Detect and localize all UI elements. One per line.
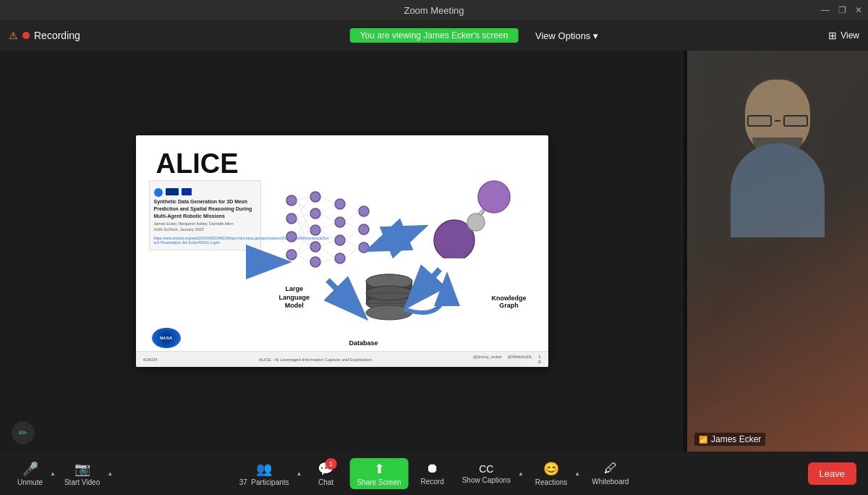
glasses-bridge (775, 120, 780, 122)
whiteboard-button[interactable]: 🖊 Whiteboard (586, 458, 634, 488)
recording-indicator: ⚠ Recording (9, 30, 80, 41)
slide-footer: 4/26/24 ALICE - AI Leveraged Information… (136, 351, 548, 367)
svg-line-60 (328, 280, 360, 313)
signal-icon: 📶 (699, 436, 707, 444)
leave-button[interactable]: Leave (808, 462, 856, 485)
svg-point-13 (359, 206, 369, 216)
slide-date: 4/26/24 (143, 358, 158, 362)
main-content: ALICE Synthetic Data Generation for 3D M… (0, 51, 868, 452)
toolbar: 🎤 Unmute ▲ 📷 Start Video ▲ 👥 (0, 452, 868, 495)
participant-face (712, 72, 843, 261)
participants-button[interactable]: 👥 37 Participants (234, 458, 295, 489)
svg-line-40 (345, 229, 359, 240)
captions-group: CC Show Captions ▲ (456, 460, 524, 487)
participant-video (687, 51, 868, 452)
svg-point-4 (310, 192, 320, 202)
svg-point-1 (286, 213, 297, 224)
svg-line-21 (297, 219, 310, 230)
video-panel: 📶 James Ecker (687, 51, 868, 452)
restore-button[interactable]: ❐ (838, 5, 846, 15)
svg-line-58 (375, 229, 418, 248)
svg-point-6 (310, 225, 320, 235)
svg-point-10 (335, 217, 345, 227)
svg-line-42 (345, 248, 359, 258)
record-icon: ⏺ (426, 461, 439, 476)
reactions-caret[interactable]: ▲ (574, 470, 580, 477)
glasses (746, 114, 809, 127)
svg-point-14 (359, 224, 369, 234)
svg-point-46 (478, 181, 510, 213)
toolbar-right: Leave (808, 462, 856, 485)
svg-point-2 (286, 232, 297, 242)
view-options-button[interactable]: View Options ▾ (535, 30, 598, 41)
participant-name-badge: 📶 James Ecker (694, 433, 765, 446)
unmute-group: 🎤 Unmute ▲ (12, 458, 56, 489)
svg-line-25 (297, 237, 310, 247)
glasses-left (747, 115, 772, 127)
svg-line-35 (320, 247, 335, 258)
neural-network-diagram (281, 186, 375, 273)
warning-icon: ⚠ (9, 30, 18, 41)
view-icon: ⊞ (828, 30, 837, 41)
toolbar-center: 👥 37 Participants ▲ 💬 1 Chat ⬆ S (234, 458, 635, 489)
share-screen-icon: ⬆ (374, 461, 385, 477)
svg-point-54 (366, 305, 412, 320)
captions-icon: CC (479, 463, 493, 475)
svg-line-31 (320, 213, 335, 222)
topbar: ⚠ Recording You are viewing James Ecker'… (0, 20, 868, 51)
unmute-button[interactable]: 🎤 Unmute (12, 458, 48, 489)
annotation-button[interactable]: ✏ (12, 421, 35, 444)
recording-label: Recording (34, 30, 80, 41)
screen-share-banner: You are viewing James Ecker's screen (350, 28, 519, 43)
slide-subtitle: ALICE - AI Leveraged Information Capture… (259, 358, 372, 362)
svg-point-8 (310, 257, 320, 267)
svg-point-3 (286, 250, 297, 260)
svg-line-39 (345, 222, 359, 229)
twitter-2: @WebSciDL (508, 355, 532, 364)
svg-point-15 (359, 242, 369, 253)
microphone-muted-icon: 🎤 (22, 461, 38, 477)
svg-line-37 (345, 204, 359, 211)
window-controls[interactable]: — ❐ ✕ (821, 5, 862, 15)
share-screen-button[interactable]: ⬆ Share Screen (349, 458, 408, 489)
captions-caret[interactable]: ▲ (518, 470, 524, 477)
video-caret[interactable]: ▲ (107, 470, 113, 477)
twitter-1: @jimmy_ecker (473, 355, 502, 364)
svg-line-17 (297, 200, 310, 213)
svg-line-38 (345, 211, 359, 222)
participants-caret[interactable]: ▲ (297, 470, 302, 477)
start-video-button[interactable]: 📷 Start Video (59, 458, 106, 489)
reactions-button[interactable]: 😊 Reactions (529, 458, 573, 489)
toolbar-left: 🎤 Unmute ▲ 📷 Start Video ▲ (12, 458, 113, 489)
record-button[interactable]: ⏺ Record (414, 458, 451, 488)
svg-line-36 (320, 258, 335, 262)
social-links: @jimmy_ecker @WebSciDL 1 0 (473, 355, 540, 364)
slide-title: ALICE (156, 148, 239, 179)
chat-badge: 1 (325, 458, 336, 470)
camera-off-icon: 📷 (75, 461, 90, 477)
view-button[interactable]: ⊞ View (828, 30, 859, 41)
svg-line-29 (320, 197, 335, 204)
llm-label: LargeLanguageModel (279, 285, 310, 310)
minimize-button[interactable]: — (821, 5, 830, 15)
svg-point-12 (335, 253, 345, 263)
svg-point-7 (310, 242, 320, 252)
unmute-caret[interactable]: ▲ (50, 470, 56, 477)
svg-point-5 (310, 208, 320, 219)
close-button[interactable]: ✕ (855, 5, 862, 15)
show-captions-button[interactable]: CC Show Captions (456, 460, 516, 487)
pencil-icon: ✏ (19, 427, 27, 439)
app-title: Zoom Meeting (404, 5, 464, 16)
svg-line-34 (320, 240, 335, 247)
chat-button[interactable]: 💬 1 Chat (307, 458, 344, 489)
svg-line-32 (320, 222, 335, 230)
participants-icon: 👥 (256, 461, 272, 477)
svg-point-0 (286, 195, 297, 206)
recording-dot (22, 32, 30, 39)
chat-group: 💬 1 Chat (307, 458, 344, 489)
slide-container: ALICE Synthetic Data Generation for 3D M… (136, 135, 548, 367)
database-diagram (360, 273, 418, 327)
svg-point-11 (335, 235, 345, 245)
nasa-logo: NASA (152, 328, 181, 348)
glasses-right (783, 115, 808, 127)
